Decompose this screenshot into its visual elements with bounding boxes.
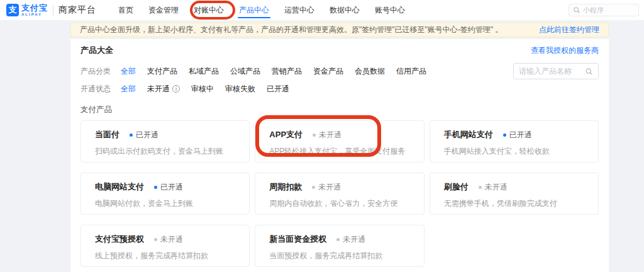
category-option-funds[interactable]: 资金产品	[313, 66, 343, 77]
status-label: 已开通	[509, 130, 532, 140]
status-dot-icon	[130, 133, 133, 137]
category-option-member-data[interactable]: 会员数据	[355, 66, 385, 77]
product-title: 刷脸付	[444, 181, 469, 193]
product-catalog-panel: 产品大全 查看我授权的服务商 产品分类 全部 支付产品 私域产品 公域产品 营销…	[70, 39, 609, 272]
product-card-mobile-website-pay[interactable]: 手机网站支付 已开通 手机网站接入支付宝，轻松收款	[430, 120, 599, 162]
status-dot-icon	[312, 186, 315, 189]
category-option-private-domain[interactable]: 私域产品	[189, 66, 219, 77]
category-option-marketing[interactable]: 营销产品	[272, 66, 302, 77]
product-card-face-to-face-pay[interactable]: 当面付 已开通 扫码或出示付款码支付，资金马上到账	[80, 120, 250, 162]
status-dot-icon	[336, 238, 340, 241]
product-title: 电脑网站支付	[95, 181, 144, 193]
product-title: 手机网站支付	[444, 129, 493, 140]
product-card-grid: 当面付 已开通 扫码或出示付款码支付，资金马上到账 APP支付 未开通 APP轻…	[80, 120, 599, 267]
product-card-face-pay[interactable]: 刷脸付 未开通 无需携带手机，凭借刷脸完成支付	[430, 173, 599, 215]
alipay-logo-icon[interactable]: 支	[6, 4, 19, 16]
product-search-box[interactable]	[513, 63, 599, 79]
status-label: 未开通	[160, 234, 183, 245]
status-label: 已开通	[160, 182, 183, 193]
nav-item-account-center[interactable]: 账号中心	[373, 0, 407, 20]
status-label: 未开通	[319, 130, 341, 140]
catalog-title: 产品大全	[80, 45, 113, 56]
category-option-credit[interactable]: 信用产品	[396, 66, 426, 77]
status-badge: 未开通	[336, 234, 365, 245]
main-nav: 首页 资金管理 对账中心 产品中心 运营中心 数据中心 账号中心	[105, 0, 407, 20]
status-badge: 已开通	[130, 130, 158, 140]
status-option-not-opened[interactable]: 未开通 i	[147, 84, 180, 94]
nav-item-data-center[interactable]: 数据中心	[328, 0, 362, 20]
product-card-recurring-deduction[interactable]: 周期扣款 未开通 周期内自动收款，省心省力，安全方便	[255, 173, 424, 215]
status-option-all[interactable]: 全部	[121, 84, 136, 94]
top-bar: 支 支付宝 ALIPAY 商家平台 首页 资金管理 对账中心 产品中心 运营中心…	[0, 0, 644, 20]
info-icon[interactable]: i	[172, 85, 180, 93]
product-title: 周期扣款	[269, 181, 302, 193]
status-badge: 未开通	[312, 182, 341, 193]
status-filter-label: 开通状态	[80, 84, 111, 94]
status-label: 已开通	[136, 130, 158, 140]
product-card-new-f2f-fund-auth[interactable]: 新当面资金授权 未开通 当面预授权，服务完成再结算扣款	[255, 225, 424, 267]
product-title: 当面付	[95, 129, 119, 140]
product-description: 无需携带手机，凭借刷脸完成支付	[444, 198, 584, 209]
status-dot-icon	[503, 133, 506, 137]
product-title: APP支付	[269, 129, 303, 140]
status-badge: 未开通	[154, 234, 183, 245]
product-description: 电脑网站付款，资金马上到账	[95, 198, 235, 209]
logo-glyph: 支	[9, 4, 17, 16]
nav-item-reconciliation-center[interactable]: 对账中心	[192, 0, 226, 20]
product-description: 扫码或出示付款码支付，资金马上到账	[95, 146, 235, 157]
product-card-pc-website-pay[interactable]: 电脑网站支付 已开通 电脑网站付款，资金马上到账	[80, 173, 250, 215]
product-card-app-pay[interactable]: APP支付 未开通 APP轻松接入支付宝，享受全面支付服务	[255, 120, 424, 162]
go-to-signing-management-link[interactable]: 点此前往签约管理	[539, 25, 599, 35]
global-search-input[interactable]	[583, 6, 635, 14]
status-option-opened[interactable]: 已开通	[267, 84, 289, 94]
platform-title: 商家平台	[58, 4, 96, 16]
status-label: 未开通	[318, 182, 341, 193]
notice-banner: 产品中心全面升级，新上架小程序、支付有礼等产品，产品的开通和管理更高效。原"签约…	[70, 23, 609, 37]
product-description: 周期内自动收款，省心省力，安全方便	[269, 198, 409, 209]
product-description: 手机网站接入支付宝，轻松收款	[444, 146, 584, 157]
nav-item-home[interactable]: 首页	[116, 0, 135, 20]
status-option-in-review[interactable]: 审核中	[191, 84, 214, 94]
status-option-review-failed[interactable]: 审核失败	[225, 84, 255, 94]
status-dot-icon	[154, 186, 157, 189]
status-dot-icon	[479, 186, 482, 189]
nav-item-operation-center[interactable]: 运营中心	[282, 0, 316, 20]
status-label: 未开通	[485, 182, 508, 193]
product-title: 新当面资金授权	[269, 234, 326, 245]
status-filter-row: 开通状态 全部 未开通 i 审核中 审核失败 已开通	[80, 82, 599, 96]
status-badge: 未开通	[479, 182, 508, 193]
nav-item-funds-management[interactable]: 资金管理	[147, 0, 180, 20]
global-search-box[interactable]	[569, 4, 639, 16]
view-authorized-providers-link[interactable]: 查看我授权的服务商	[531, 45, 599, 56]
category-option-all[interactable]: 全部	[121, 66, 136, 77]
payment-products-section-title: 支付产品	[80, 105, 599, 115]
status-dot-icon	[313, 133, 316, 137]
status-badge: 未开通	[313, 130, 341, 140]
status-option-not-opened-label: 未开通	[147, 84, 170, 94]
product-description: 线上预授权，服务完成再结算扣款	[95, 251, 235, 261]
brand-subtitle: ALIPAY	[21, 13, 48, 16]
brand-name: 支付宝	[21, 4, 48, 12]
status-badge: 已开通	[154, 182, 183, 193]
notice-text: 产品中心全面升级，新上架小程序、支付有礼等产品，产品的开通和管理更高效。原"签约…	[80, 25, 502, 35]
status-label: 未开通	[343, 234, 365, 245]
product-description: APP轻松接入支付宝，享受全面支付服务	[269, 146, 409, 157]
brand-divider	[53, 5, 53, 15]
product-card-alipay-pre-auth[interactable]: 支付宝预授权 未开通 线上预授权，服务完成再结算扣款	[80, 225, 250, 267]
nav-item-product-center[interactable]: 产品中心	[237, 0, 271, 20]
category-option-public-domain[interactable]: 公域产品	[230, 66, 260, 77]
product-description: 当面预授权，服务完成再结算扣款	[269, 251, 409, 261]
category-option-payment[interactable]: 支付产品	[147, 66, 177, 77]
catalog-header: 产品大全 查看我授权的服务商	[80, 45, 599, 55]
status-dot-icon	[154, 238, 157, 241]
brand: 支付宝 ALIPAY	[21, 4, 48, 16]
product-title: 支付宝预授权	[95, 234, 144, 245]
search-icon	[573, 6, 580, 14]
category-filter-label: 产品分类	[80, 66, 111, 77]
product-search-input[interactable]	[519, 67, 582, 76]
search-icon[interactable]	[585, 67, 593, 76]
status-badge: 已开通	[503, 130, 532, 140]
